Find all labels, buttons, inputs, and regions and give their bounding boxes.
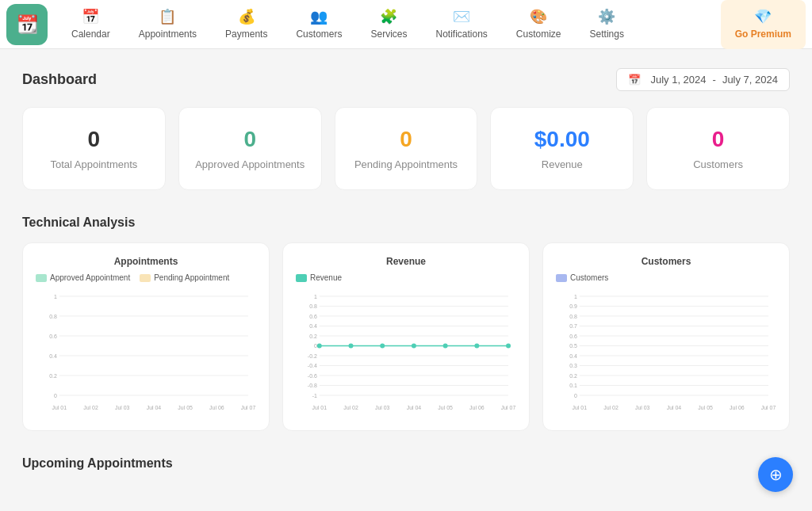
date-dash: - <box>713 74 716 86</box>
appointments-chart: Appointments Approved Appointment Pendin… <box>22 242 270 431</box>
payments-icon: 💰 <box>238 8 255 25</box>
y-label: 0.8 <box>569 314 577 319</box>
legend-color <box>140 274 151 282</box>
y-label: 1 <box>54 294 57 299</box>
x-label: Jul 07 <box>501 405 516 410</box>
customers-icon: 👥 <box>310 8 327 25</box>
svg-point-21 <box>443 343 448 348</box>
appointments-label: Appointments <box>139 29 197 40</box>
x-label: Jul 05 <box>438 405 453 410</box>
y-label: -1 <box>312 393 317 399</box>
settings-icon: ⚙️ <box>598 8 615 25</box>
appointments-icon: 📋 <box>159 8 176 25</box>
services-icon: 🧩 <box>380 8 397 25</box>
y-label: 0.2 <box>569 373 577 379</box>
x-label: Jul 07 <box>241 405 256 410</box>
y-label: 0.6 <box>569 334 577 339</box>
stat-value-revenue: $0.00 <box>534 127 590 152</box>
customers-label: Customers <box>296 29 342 40</box>
y-label: -0.2 <box>308 353 317 359</box>
legend-item: Customers <box>556 273 608 282</box>
svg-point-18 <box>349 343 354 348</box>
chart-svg: 10.90.80.70.60.50.40.30.20.10Jul 01Jul 0… <box>556 288 776 414</box>
chart-svg: 10.80.60.40.20Jul 01Jul 02Jul 03Jul 04Ju… <box>36 288 256 414</box>
chart-title: Customers <box>556 256 776 267</box>
nav-item-customers[interactable]: 👥 Customers <box>282 0 356 49</box>
stat-value-customers: 0 <box>712 127 725 152</box>
y-label: 0 <box>314 343 317 349</box>
stat-label-approved-appointments: Approved Appointments <box>195 158 304 170</box>
stat-label-pending-appointments: Pending Appointments <box>354 158 458 170</box>
y-label: 0 <box>574 393 577 399</box>
customers-chart: Customers Customers 10.90.80.70.60.50.40… <box>542 242 790 431</box>
x-label: Jul 05 <box>178 405 193 410</box>
nav-item-calendar[interactable]: 📅 Calendar <box>57 0 124 49</box>
stat-label-revenue: Revenue <box>542 158 583 170</box>
calendar-icon: 📅 <box>628 74 641 86</box>
upcoming-appointments-section: Upcoming Appointments <box>22 456 790 471</box>
nav-item-appointments[interactable]: 📋 Appointments <box>124 0 211 49</box>
svg-point-22 <box>474 343 479 348</box>
support-icon: ⊕ <box>769 465 783 484</box>
notifications-label: Notifications <box>435 29 487 40</box>
y-label: 0.4 <box>569 353 577 359</box>
nav-item-services[interactable]: 🧩 Services <box>356 0 421 49</box>
y-label: 1 <box>314 294 317 299</box>
chart-title: Appointments <box>36 256 256 267</box>
y-label: 0.7 <box>569 323 577 329</box>
date-range-picker[interactable]: 📅 July 1, 2024 - July 7, 2024 <box>616 68 790 91</box>
go-premium-button[interactable]: 💎 Go Premium <box>721 0 806 49</box>
x-label: Jul 06 <box>209 405 224 410</box>
nav-item-notifications[interactable]: ✉️ Notifications <box>421 0 501 49</box>
technical-analysis-section: Technical Analysis Appointments Approved… <box>22 215 790 431</box>
x-label: Jul 04 <box>147 405 162 410</box>
chart-svg-wrap: 10.80.60.40.20-0.2-0.4-0.6-0.8-1Jul 01Ju… <box>296 288 516 418</box>
stat-value-pending-appointments: 0 <box>400 127 412 152</box>
y-label: -0.4 <box>308 363 317 368</box>
y-label: 0.8 <box>309 303 317 309</box>
nav-item-payments[interactable]: 💰 Payments <box>211 0 282 49</box>
nav-items: 📅 Calendar 📋 Appointments 💰 Payments 👥 C… <box>57 0 721 49</box>
legend-item: Revenue <box>296 273 342 282</box>
x-label: Jul 01 <box>573 405 588 410</box>
services-label: Services <box>370 29 407 40</box>
legend-color <box>556 274 567 282</box>
y-label: 0.6 <box>49 334 57 339</box>
nav-item-customize[interactable]: 🎨 Customize <box>502 0 576 49</box>
y-label: -0.8 <box>308 383 317 388</box>
y-label: 1 <box>574 294 577 299</box>
y-label: 0.5 <box>569 343 577 349</box>
dashboard-header: Dashboard 📅 July 1, 2024 - July 7, 2024 <box>22 68 790 91</box>
logo[interactable]: 📆 <box>6 4 48 45</box>
x-label: Jul 06 <box>469 405 485 410</box>
revenue-chart: Revenue Revenue 10.80.60.40.20-0.2-0.4-0… <box>282 242 530 431</box>
y-label: 0.1 <box>569 383 577 388</box>
legend-item: Approved Appointment <box>36 273 130 282</box>
stat-cards: 0 Total Appointments 0 Approved Appointm… <box>22 107 790 190</box>
calendar-label: Calendar <box>71 29 110 40</box>
logo-icon: 📆 <box>17 14 38 35</box>
x-label: Jul 03 <box>115 405 130 410</box>
nav-item-settings[interactable]: ⚙️ Settings <box>576 0 638 49</box>
premium-icon: 💎 <box>754 8 772 25</box>
legend-label: Revenue <box>310 273 342 282</box>
y-label: 0.6 <box>309 314 317 319</box>
x-label: Jul 02 <box>343 405 358 410</box>
chart-svg-wrap: 10.80.60.40.20Jul 01Jul 02Jul 03Jul 04Ju… <box>36 288 256 418</box>
technical-analysis-title: Technical Analysis <box>22 215 790 230</box>
legend-label: Approved Appointment <box>50 273 130 282</box>
stat-label-total-appointments: Total Appointments <box>50 158 137 170</box>
legend-color <box>36 274 47 282</box>
content-wrap: Dashboard 📅 July 1, 2024 - July 7, 2024 … <box>0 49 812 511</box>
y-label: 0.8 <box>49 314 57 319</box>
upcoming-appointments-title: Upcoming Appointments <box>22 456 790 471</box>
x-label: Jul 06 <box>730 405 745 410</box>
x-label: Jul 03 <box>375 405 390 410</box>
support-button[interactable]: ⊕ <box>758 457 793 492</box>
legend-item: Pending Appointment <box>140 273 229 282</box>
svg-point-19 <box>380 343 385 348</box>
y-label: 0.4 <box>49 353 57 359</box>
stat-card-approved-appointments: 0 Approved Appointments <box>178 107 322 190</box>
x-label: Jul 05 <box>698 405 713 410</box>
date-end: July 7, 2024 <box>722 74 778 86</box>
